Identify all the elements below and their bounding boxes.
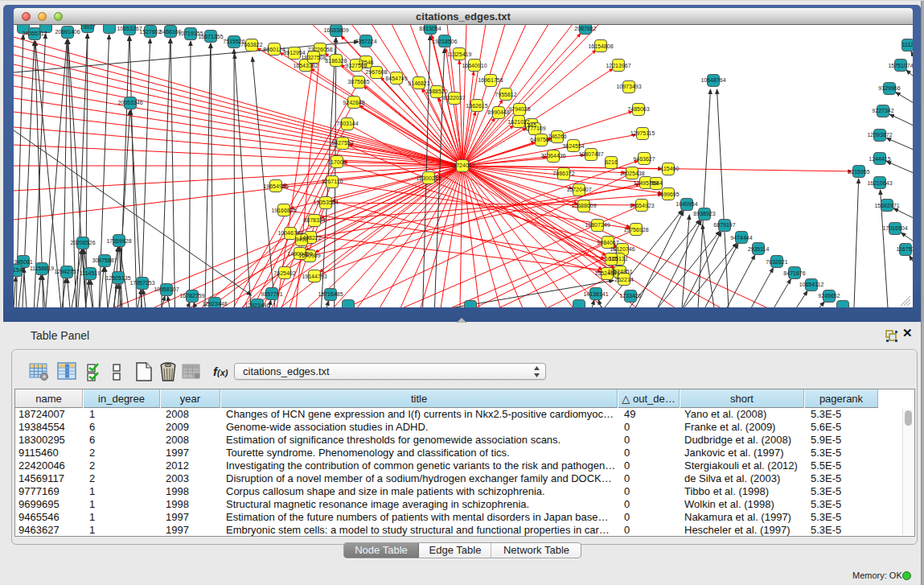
svg-text:9084067: 9084067: [597, 240, 618, 245]
svg-text:16154808: 16154808: [588, 43, 613, 49]
svg-text:19166825: 19166825: [271, 208, 296, 213]
svg-text:11325419: 11325419: [447, 51, 472, 57]
svg-text:16210643: 16210643: [867, 180, 892, 186]
svg-text:15692971: 15692971: [874, 203, 899, 208]
svg-text:13524841: 13524841: [594, 270, 619, 276]
svg-text:8454749: 8454749: [385, 76, 407, 81]
svg-text:8813054: 8813054: [419, 26, 441, 31]
svg-text:3624554: 3624554: [562, 143, 584, 149]
svg-text:9327508: 9327508: [345, 63, 367, 68]
svg-text:9245652: 9245652: [818, 293, 840, 299]
svg-text:8322037: 8322037: [443, 95, 465, 101]
svg-text:10973493: 10973493: [616, 84, 641, 89]
svg-text:2967608: 2967608: [365, 69, 387, 75]
svg-text:18327508: 18327508: [301, 55, 326, 60]
svg-text:19654923: 19654923: [629, 203, 654, 208]
svg-text:8878334: 8878334: [303, 217, 325, 223]
svg-text:8938923: 8938923: [693, 211, 715, 216]
svg-text:9644: 9644: [650, 180, 663, 186]
svg-text:9498: 9498: [295, 237, 308, 242]
svg-text:391547: 391547: [14, 267, 26, 273]
svg-text:19654985: 19654985: [263, 183, 288, 189]
svg-text:9794028: 9794028: [508, 106, 530, 112]
svg-text:12505135: 12505135: [105, 275, 130, 281]
svg-text:15716485: 15716485: [318, 291, 343, 297]
svg-text:16782759: 16782759: [179, 293, 204, 299]
svg-text:12975115: 12975115: [630, 130, 655, 136]
svg-text:15751074: 15751074: [888, 63, 913, 68]
svg-text:2935114: 2935114: [748, 246, 770, 252]
svg-text:9857791: 9857791: [261, 291, 282, 297]
svg-text:12093872: 12093872: [867, 132, 892, 138]
svg-text:10958107: 10958107: [154, 286, 179, 292]
svg-text:20691406: 20691406: [55, 29, 80, 35]
svg-text:10807487: 10807487: [578, 151, 603, 157]
svg-text:9227342: 9227342: [872, 108, 893, 113]
svg-text:116753: 116753: [897, 246, 913, 252]
svg-text:12923448: 12923448: [202, 301, 227, 307]
svg-text:34055712: 34055712: [22, 31, 47, 36]
svg-text:8471676: 8471676: [783, 270, 805, 276]
svg-text:9115460: 9115460: [658, 166, 680, 171]
svg-text:7357224: 7357224: [355, 39, 376, 44]
svg-text:20206526: 20206526: [70, 240, 95, 245]
svg-text:8427552: 8427552: [331, 140, 353, 146]
svg-text:16640910: 16640910: [462, 63, 487, 68]
svg-text:1640954: 1640954: [676, 201, 697, 207]
svg-text:14136141: 14136141: [583, 291, 608, 297]
svg-text:10025438: 10025438: [619, 171, 644, 176]
svg-text:9146821: 9146821: [408, 80, 429, 86]
svg-text:9463627: 9463627: [633, 156, 655, 162]
svg-text:17957253: 17957253: [129, 280, 154, 286]
svg-text:6879197: 6879197: [713, 222, 735, 228]
svg-text:117006: 117006: [328, 159, 347, 165]
svg-text:252214: 252214: [614, 277, 633, 282]
svg-text:15720407: 15720407: [566, 187, 591, 192]
svg-text:3267110: 3267110: [322, 179, 343, 184]
svg-text:17359928: 17359928: [106, 238, 131, 244]
svg-text:2087682: 2087682: [574, 26, 596, 31]
svg-text:9777109: 9777109: [524, 126, 545, 131]
svg-text:19937: 19937: [80, 25, 96, 30]
svg-text:1588520: 1588520: [425, 89, 447, 94]
svg-text:11156819: 11156819: [30, 266, 54, 271]
svg-text:10654112: 10654112: [799, 282, 824, 287]
svg-text:10653267: 10653267: [117, 26, 142, 31]
svg-text:1733426: 1733426: [619, 293, 641, 299]
svg-text:18807249: 18807249: [585, 222, 610, 228]
svg-text:10046798: 10046798: [277, 230, 302, 236]
svg-text:9474444: 9474444: [730, 235, 752, 241]
svg-text:8186328: 8186328: [325, 58, 347, 64]
svg-text:8990448: 8990448: [487, 109, 509, 115]
svg-text:20053346: 20053346: [117, 100, 142, 105]
svg-text:16120746: 16120746: [610, 246, 634, 252]
svg-text:345061: 345061: [14, 259, 32, 265]
svg-text:7632621: 7632621: [766, 259, 787, 265]
svg-text:7986372: 7986372: [552, 171, 574, 176]
svg-text:1527602: 1527602: [139, 29, 161, 35]
svg-text:23226058: 23226058: [307, 47, 332, 52]
svg-text:6216: 6216: [605, 159, 618, 165]
svg-text:1112: 1112: [902, 42, 913, 47]
svg-text:30975887: 30975887: [92, 257, 117, 263]
svg-text:12213967: 12213967: [606, 63, 630, 68]
svg-text:9329966: 9329966: [878, 85, 900, 91]
svg-text:12942757: 12942757: [54, 269, 79, 274]
svg-text:16961758: 16961758: [478, 77, 503, 83]
svg-text:1244415: 1244415: [869, 156, 890, 162]
svg-text:12923446: 12923446: [244, 303, 269, 307]
svg-text:19218506: 19218506: [432, 39, 457, 44]
svg-text:8960124: 8960124: [263, 47, 285, 52]
svg-text:746266: 746266: [548, 134, 566, 139]
svg-text:18724007: 18724007: [450, 163, 474, 168]
svg-text:10688609: 10688609: [571, 203, 596, 208]
svg-text:7955812: 7955812: [495, 92, 516, 97]
svg-text:18300215: 18300215: [416, 175, 441, 181]
svg-text:9242848: 9242848: [343, 100, 364, 105]
svg-text:14909459: 14909459: [287, 251, 312, 257]
svg-text:10648764: 10648764: [700, 77, 725, 83]
svg-text:19756928: 19756928: [623, 227, 648, 233]
svg-text:7663822: 7663822: [240, 42, 262, 47]
svg-text:7803144: 7803144: [336, 121, 358, 126]
svg-text:8215955: 8215955: [848, 169, 869, 175]
